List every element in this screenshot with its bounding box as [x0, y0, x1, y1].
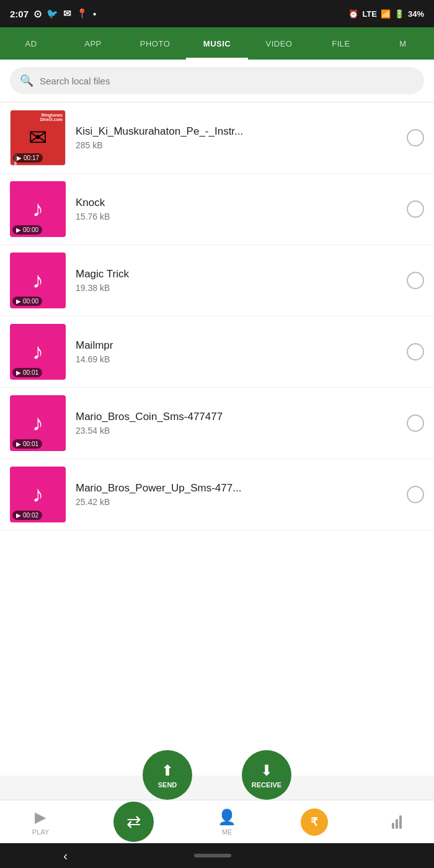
file-name: Kisi_Ki_Muskurahaton_Pe_-_Instr... [76, 125, 397, 138]
music-note-icon: ♪ [32, 339, 43, 365]
file-name: Mario_Bros_Coin_Sms-477477 [76, 411, 397, 423]
list-item[interactable]: ♪ ▶ 00:02 Mario_Bros_Power_Up_Sms-477...… [0, 459, 434, 530]
file-name: Magic Trick [76, 268, 397, 280]
list-item[interactable]: ♪ ▶ 00:00 Magic Trick 19.38 kB [0, 245, 434, 316]
music-note-icon: ♪ [32, 410, 43, 436]
tab-photo[interactable]: PHOTO [124, 27, 186, 60]
select-radio[interactable] [407, 486, 424, 503]
select-radio[interactable] [407, 343, 424, 360]
list-item[interactable]: ♪ ▶ 00:00 Knock 15.76 kB [0, 174, 434, 245]
mail-icon: ✉ [63, 8, 71, 19]
status-right: ⏰ LTE 📶 🔋 34% [348, 9, 424, 19]
file-info: Mario_Bros_Power_Up_Sms-477... 25.42 kB [76, 482, 397, 507]
home-pill[interactable] [194, 854, 231, 857]
search-input[interactable] [40, 76, 414, 86]
coin-icon: ₹ [311, 815, 317, 829]
play-icon: ▶ [16, 369, 21, 376]
envelope-icon: ✉ [29, 125, 47, 151]
file-thumbnail: ♪ ▶ 00:00 [10, 181, 66, 237]
select-radio[interactable] [407, 129, 424, 146]
duration-badge: ▶ 00:00 [12, 225, 42, 235]
play-nav-label: PLAY [32, 828, 49, 836]
tab-more[interactable]: M [372, 27, 434, 60]
status-time: 2:07 [10, 9, 29, 19]
play-icon: ▶ [16, 226, 21, 233]
me-nav-item[interactable]: 👤 ME [218, 808, 236, 836]
music-note-icon: ♪ [32, 196, 43, 222]
bottom-navigation: ▶ PLAY ⇄ 👤 ME ₹ [0, 800, 434, 843]
duration-badge: ▶ 00:01 [12, 368, 42, 377]
chrome-icon: ⊙ [33, 8, 42, 20]
bars-icon [392, 815, 402, 829]
bars-button[interactable] [392, 815, 402, 829]
shuffle-button[interactable]: ⇄ [113, 802, 154, 842]
status-left: 2:07 ⊙ 🐦 ✉ 📍 • [10, 8, 96, 20]
file-name: Knock [76, 197, 397, 209]
play-nav-item[interactable]: ▶ PLAY [32, 808, 49, 836]
file-thumbnail: ♪ ▶ 00:00 [10, 253, 66, 308]
file-size: 23.54 kB [76, 426, 397, 436]
ringtones-label: RingtonesDirect.com [13, 113, 63, 122]
play-icon: ▶ [16, 298, 21, 305]
play-icon: ▶ [17, 154, 22, 161]
signal-icon: 📶 [381, 9, 391, 19]
search-icon: 🔍 [20, 74, 33, 87]
list-item[interactable]: ♪ ▶ 00:01 Mario_Bros_Coin_Sms-477477 23.… [0, 388, 434, 459]
file-size: 285 kB [76, 140, 397, 150]
select-radio[interactable] [407, 272, 424, 289]
file-size: 14.69 kB [76, 354, 397, 364]
file-size: 25.42 kB [76, 497, 397, 507]
file-info: Kisi_Ki_Muskurahaton_Pe_-_Instr... 285 k… [76, 125, 397, 150]
me-nav-icon: 👤 [218, 808, 236, 826]
file-thumbnail: ♪ ▶ 00:01 [10, 324, 66, 380]
battery-icon: 🔋 [394, 9, 404, 19]
play-icon: ▶ [16, 441, 21, 447]
select-radio[interactable] [407, 414, 424, 432]
shuffle-icon: ⇄ [126, 812, 141, 832]
home-area: ‹ [0, 843, 434, 868]
tab-ad[interactable]: AD [0, 27, 62, 60]
file-info: Magic Trick 19.38 kB [76, 268, 397, 293]
play-icon: ▶ [16, 512, 21, 519]
receive-icon: ⬇ [260, 762, 273, 779]
file-info: Mailmpr 14.69 kB [76, 339, 397, 364]
file-info: Mario_Bros_Coin_Sms-477477 23.54 kB [76, 411, 397, 436]
search-container: 🔍 [0, 60, 434, 102]
list-item[interactable]: RingtonesDirect.com www. ✉ ▶ 00:17 Kisi_… [0, 102, 434, 174]
back-button[interactable]: ‹ [63, 849, 68, 863]
file-name: Mario_Bros_Power_Up_Sms-477... [76, 482, 397, 494]
send-button[interactable]: ⬆ SEND [143, 750, 192, 800]
music-note-icon: ♪ [32, 267, 43, 293]
duration-badge: ▶ 00:17 [13, 153, 43, 163]
me-nav-label: ME [222, 828, 232, 836]
coin-button[interactable]: ₹ [301, 808, 328, 836]
send-icon: ⬆ [161, 762, 174, 779]
duration-badge: ▶ 00:02 [12, 511, 42, 520]
tab-file[interactable]: FILE [310, 27, 372, 60]
list-item[interactable]: ♪ ▶ 00:01 Mailmpr 14.69 kB [0, 316, 434, 388]
music-note-icon: ♪ [32, 481, 43, 508]
dot-icon: • [93, 9, 96, 19]
tab-app[interactable]: APP [62, 27, 124, 60]
tab-video[interactable]: VIDEO [248, 27, 310, 60]
lte-label: LTE [362, 9, 377, 19]
file-size: 15.76 kB [76, 212, 397, 221]
file-thumbnail: RingtonesDirect.com www. ✉ ▶ 00:17 [10, 110, 66, 166]
file-info: Knock 15.76 kB [76, 197, 397, 221]
nav-tabs: AD APP PHOTO MUSIC VIDEO FILE M [0, 27, 434, 60]
tab-music[interactable]: MUSIC [186, 27, 248, 60]
receive-label: RECEIVE [252, 781, 281, 789]
status-bar: 2:07 ⊙ 🐦 ✉ 📍 • ⏰ LTE 📶 🔋 34% [0, 0, 434, 27]
search-bar: 🔍 [10, 67, 424, 94]
twitter-icon: 🐦 [46, 8, 58, 19]
file-thumbnail: ♪ ▶ 00:01 [10, 395, 66, 451]
receive-button[interactable]: ⬇ RECEIVE [242, 750, 291, 800]
file-list: RingtonesDirect.com www. ✉ ▶ 00:17 Kisi_… [0, 102, 434, 776]
play-nav-icon: ▶ [35, 808, 46, 826]
file-thumbnail: ♪ ▶ 00:02 [10, 467, 66, 522]
duration-badge: ▶ 00:01 [12, 439, 42, 449]
duration-badge: ▶ 00:00 [12, 297, 42, 306]
select-radio[interactable] [407, 200, 424, 218]
file-size: 19.38 kB [76, 283, 397, 293]
battery-label: 34% [408, 9, 424, 19]
